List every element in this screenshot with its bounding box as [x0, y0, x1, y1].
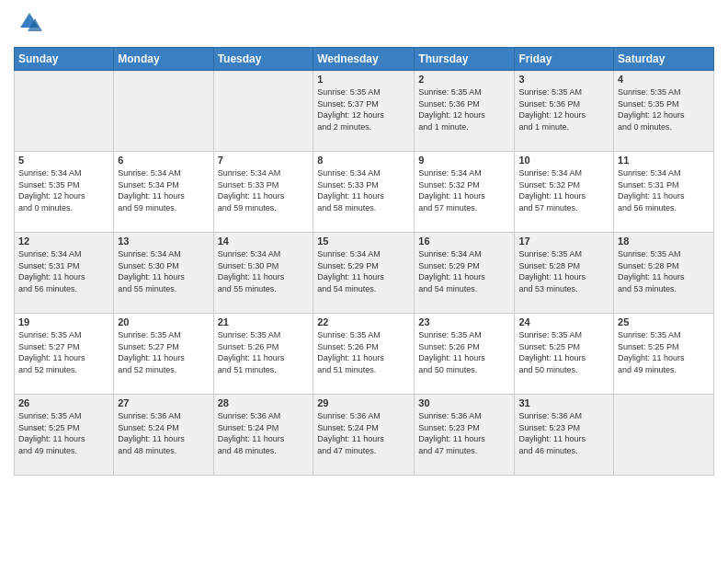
day-number: 22	[317, 316, 410, 327]
day-number: 21	[218, 316, 310, 327]
day-info: Sunrise: 5:35 AM Sunset: 5:35 PM Dayligh…	[618, 86, 710, 132]
table-row: 9Sunrise: 5:34 AM Sunset: 5:32 PM Daylig…	[415, 152, 515, 233]
day-info: Sunrise: 5:36 AM Sunset: 5:24 PM Dayligh…	[118, 410, 209, 456]
calendar-week-row: 5Sunrise: 5:34 AM Sunset: 5:35 PM Daylig…	[15, 152, 714, 233]
table-row: 29Sunrise: 5:36 AM Sunset: 5:24 PM Dayli…	[313, 395, 415, 476]
day-info: Sunrise: 5:34 AM Sunset: 5:34 PM Dayligh…	[118, 167, 209, 213]
table-row: 15Sunrise: 5:34 AM Sunset: 5:29 PM Dayli…	[313, 233, 415, 314]
table-row: 26Sunrise: 5:35 AM Sunset: 5:25 PM Dayli…	[15, 395, 114, 476]
day-info: Sunrise: 5:34 AM Sunset: 5:35 PM Dayligh…	[18, 167, 109, 213]
day-number: 2	[418, 74, 510, 85]
table-row: 1Sunrise: 5:35 AM Sunset: 5:37 PM Daylig…	[313, 71, 415, 152]
day-info: Sunrise: 5:34 AM Sunset: 5:29 PM Dayligh…	[418, 248, 510, 294]
day-info: Sunrise: 5:35 AM Sunset: 5:37 PM Dayligh…	[317, 86, 410, 132]
table-row	[114, 71, 213, 152]
day-info: Sunrise: 5:35 AM Sunset: 5:27 PM Dayligh…	[118, 329, 209, 375]
day-info: Sunrise: 5:35 AM Sunset: 5:25 PM Dayligh…	[618, 329, 710, 375]
table-row: 13Sunrise: 5:34 AM Sunset: 5:30 PM Dayli…	[114, 233, 213, 314]
table-row: 11Sunrise: 5:34 AM Sunset: 5:31 PM Dayli…	[614, 152, 714, 233]
table-row	[213, 71, 313, 152]
day-number: 8	[317, 155, 410, 166]
table-row: 5Sunrise: 5:34 AM Sunset: 5:35 PM Daylig…	[15, 152, 114, 233]
table-row: 12Sunrise: 5:34 AM Sunset: 5:31 PM Dayli…	[15, 233, 114, 314]
logo-icon	[17, 9, 42, 35]
day-number: 5	[18, 155, 109, 166]
day-info: Sunrise: 5:36 AM Sunset: 5:23 PM Dayligh…	[518, 410, 609, 456]
day-info: Sunrise: 5:34 AM Sunset: 5:32 PM Dayligh…	[518, 167, 609, 213]
day-info: Sunrise: 5:35 AM Sunset: 5:36 PM Dayligh…	[518, 86, 609, 132]
day-number: 17	[518, 236, 609, 247]
day-info: Sunrise: 5:35 AM Sunset: 5:26 PM Dayligh…	[418, 329, 510, 375]
day-number: 29	[317, 397, 410, 408]
calendar-week-row: 12Sunrise: 5:34 AM Sunset: 5:31 PM Dayli…	[15, 233, 714, 314]
table-row: 7Sunrise: 5:34 AM Sunset: 5:33 PM Daylig…	[213, 152, 313, 233]
table-row: 27Sunrise: 5:36 AM Sunset: 5:24 PM Dayli…	[114, 395, 213, 476]
weekday-sunday: Sunday	[15, 48, 114, 71]
day-info: Sunrise: 5:36 AM Sunset: 5:24 PM Dayligh…	[317, 410, 410, 456]
table-row: 3Sunrise: 5:35 AM Sunset: 5:36 PM Daylig…	[515, 71, 614, 152]
day-info: Sunrise: 5:34 AM Sunset: 5:31 PM Dayligh…	[18, 248, 109, 294]
table-row: 25Sunrise: 5:35 AM Sunset: 5:25 PM Dayli…	[614, 314, 714, 395]
day-number: 9	[418, 155, 510, 166]
calendar-week-row: 26Sunrise: 5:35 AM Sunset: 5:25 PM Dayli…	[15, 395, 714, 476]
weekday-monday: Monday	[114, 48, 213, 71]
day-number: 28	[218, 397, 310, 408]
day-info: Sunrise: 5:36 AM Sunset: 5:24 PM Dayligh…	[218, 410, 310, 456]
table-row	[614, 395, 714, 476]
day-number: 14	[218, 236, 310, 247]
day-number: 20	[118, 316, 209, 327]
day-number: 13	[118, 236, 209, 247]
day-info: Sunrise: 5:34 AM Sunset: 5:33 PM Dayligh…	[317, 167, 410, 213]
table-row: 14Sunrise: 5:34 AM Sunset: 5:30 PM Dayli…	[213, 233, 313, 314]
table-row	[15, 71, 114, 152]
day-number: 3	[518, 74, 609, 85]
day-number: 18	[618, 236, 710, 247]
day-info: Sunrise: 5:34 AM Sunset: 5:30 PM Dayligh…	[118, 248, 209, 294]
day-number: 25	[618, 316, 710, 327]
day-info: Sunrise: 5:34 AM Sunset: 5:30 PM Dayligh…	[218, 248, 310, 294]
day-number: 30	[418, 397, 510, 408]
weekday-saturday: Saturday	[614, 48, 714, 71]
calendar-week-row: 1Sunrise: 5:35 AM Sunset: 5:37 PM Daylig…	[15, 71, 714, 152]
table-row: 22Sunrise: 5:35 AM Sunset: 5:26 PM Dayli…	[313, 314, 415, 395]
day-number: 19	[18, 316, 109, 327]
day-number: 6	[118, 155, 209, 166]
day-info: Sunrise: 5:35 AM Sunset: 5:26 PM Dayligh…	[317, 329, 410, 375]
calendar: SundayMondayTuesdayWednesdayThursdayFrid…	[14, 47, 714, 476]
page-container: SundayMondayTuesdayWednesdayThursdayFrid…	[0, 0, 728, 480]
day-info: Sunrise: 5:35 AM Sunset: 5:28 PM Dayligh…	[518, 248, 609, 294]
table-row: 20Sunrise: 5:35 AM Sunset: 5:27 PM Dayli…	[114, 314, 213, 395]
table-row: 10Sunrise: 5:34 AM Sunset: 5:32 PM Dayli…	[515, 152, 614, 233]
table-row: 17Sunrise: 5:35 AM Sunset: 5:28 PM Dayli…	[515, 233, 614, 314]
table-row: 18Sunrise: 5:35 AM Sunset: 5:28 PM Dayli…	[614, 233, 714, 314]
weekday-friday: Friday	[515, 48, 614, 71]
table-row: 8Sunrise: 5:34 AM Sunset: 5:33 PM Daylig…	[313, 152, 415, 233]
weekday-wednesday: Wednesday	[313, 48, 415, 71]
day-info: Sunrise: 5:35 AM Sunset: 5:25 PM Dayligh…	[18, 410, 109, 456]
day-info: Sunrise: 5:35 AM Sunset: 5:36 PM Dayligh…	[418, 86, 510, 132]
day-number: 24	[518, 316, 609, 327]
table-row: 24Sunrise: 5:35 AM Sunset: 5:25 PM Dayli…	[515, 314, 614, 395]
day-info: Sunrise: 5:35 AM Sunset: 5:28 PM Dayligh…	[618, 248, 710, 294]
calendar-week-row: 19Sunrise: 5:35 AM Sunset: 5:27 PM Dayli…	[15, 314, 714, 395]
day-number: 27	[118, 397, 209, 408]
weekday-tuesday: Tuesday	[213, 48, 313, 71]
day-info: Sunrise: 5:34 AM Sunset: 5:29 PM Dayligh…	[317, 248, 410, 294]
day-number: 23	[418, 316, 510, 327]
weekday-header-row: SundayMondayTuesdayWednesdayThursdayFrid…	[15, 48, 714, 71]
table-row: 23Sunrise: 5:35 AM Sunset: 5:26 PM Dayli…	[415, 314, 515, 395]
day-number: 4	[618, 74, 710, 85]
header	[14, 9, 714, 40]
logo	[14, 9, 42, 40]
day-info: Sunrise: 5:34 AM Sunset: 5:31 PM Dayligh…	[618, 167, 710, 213]
weekday-thursday: Thursday	[415, 48, 515, 71]
day-info: Sunrise: 5:34 AM Sunset: 5:32 PM Dayligh…	[418, 167, 510, 213]
table-row: 2Sunrise: 5:35 AM Sunset: 5:36 PM Daylig…	[415, 71, 515, 152]
day-number: 12	[18, 236, 109, 247]
table-row: 16Sunrise: 5:34 AM Sunset: 5:29 PM Dayli…	[415, 233, 515, 314]
table-row: 28Sunrise: 5:36 AM Sunset: 5:24 PM Dayli…	[213, 395, 313, 476]
day-number: 11	[618, 155, 710, 166]
day-info: Sunrise: 5:36 AM Sunset: 5:23 PM Dayligh…	[418, 410, 510, 456]
day-number: 15	[317, 236, 410, 247]
day-number: 31	[518, 397, 609, 408]
